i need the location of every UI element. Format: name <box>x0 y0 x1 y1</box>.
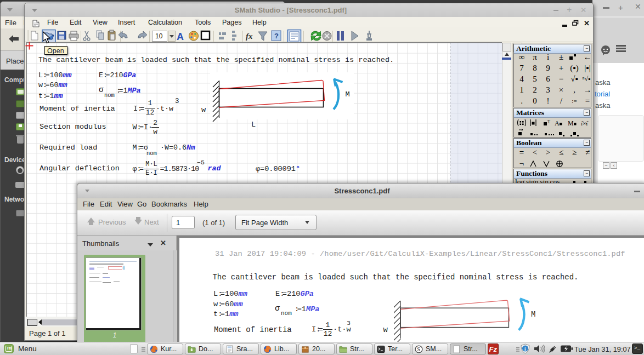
svg-text:ı͂×̴ı͂: ı͂×̴ı͂ <box>581 120 589 127</box>
svg-text:M: M <box>568 119 574 127</box>
svg-text:S: S <box>417 346 420 352</box>
svg-text:A: A <box>555 119 560 127</box>
svg-text:Fz: Fz <box>489 345 498 353</box>
svg-text:T: T <box>547 119 550 124</box>
